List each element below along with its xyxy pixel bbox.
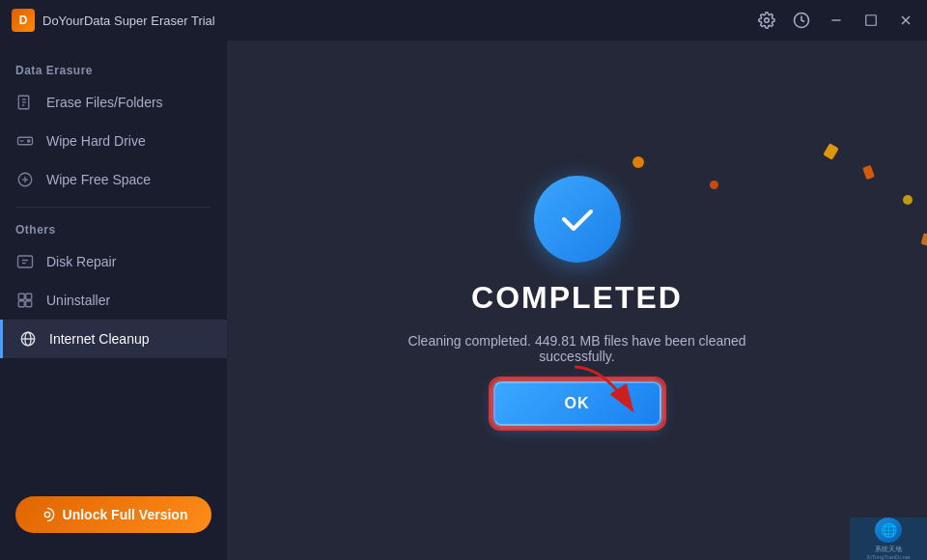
svg-rect-22: [26, 301, 32, 307]
svg-rect-19: [18, 294, 24, 299]
svg-rect-20: [26, 294, 32, 299]
svg-point-11: [28, 140, 30, 142]
sidebar-item-uninstaller-label: Uninstaller: [46, 293, 110, 308]
sidebar-item-internet-cleanup-label: Internet Cleanup: [49, 331, 150, 347]
sidebar-item-disk-repair[interactable]: Disk Repair: [0, 242, 227, 281]
watermark-globe: 🌐: [875, 518, 902, 543]
spark-6: [921, 233, 927, 246]
completed-desc: Cleaning completed. 449.81 MB files have…: [375, 333, 780, 364]
disk-repair-icon: [15, 252, 35, 271]
spark-1: [632, 156, 644, 168]
sidebar-divider: [15, 207, 211, 208]
others-label: Others: [0, 215, 227, 242]
svg-point-0: [765, 18, 770, 23]
watermark-line1: 系统天地: [875, 545, 902, 554]
sidebar-item-wipe-free-space[interactable]: Wipe Free Space: [0, 160, 227, 199]
sidebar-item-internet-cleanup[interactable]: Internet Cleanup: [0, 320, 227, 358]
sidebar-item-wipe-hard-drive-label: Wipe Hard Drive: [46, 133, 146, 149]
title-bar-left: D DoYourData Super Eraser Trial: [12, 9, 215, 32]
minimize-button[interactable]: [827, 11, 846, 30]
unlock-btn-label: Unlock Full Version: [63, 507, 188, 522]
completed-title: COMPLETED: [471, 280, 683, 316]
ok-btn-wrapper: OK: [493, 381, 661, 426]
svg-point-26: [44, 512, 49, 517]
sidebar-footer: Unlock Full Version: [0, 485, 227, 545]
sidebar-item-wipe-hard-drive[interactable]: Wipe Hard Drive: [0, 122, 227, 160]
title-bar: D DoYourData Super Eraser Trial: [0, 0, 927, 41]
sidebar-item-wipe-free-space-label: Wipe Free Space: [46, 172, 151, 187]
settings-icon[interactable]: [757, 11, 776, 30]
watermark-line2: XiTongTianDi.net: [866, 554, 910, 560]
sidebar-item-disk-repair-label: Disk Repair: [46, 254, 116, 269]
wipe-hard-drive-icon: [15, 131, 35, 151]
sidebar-item-erase-files-label: Erase Files/Folders: [46, 95, 163, 110]
maximize-button[interactable]: [861, 11, 881, 30]
sidebar-item-erase-files[interactable]: Erase Files/Folders: [0, 83, 227, 122]
svg-rect-21: [18, 301, 24, 307]
app-title: DoYourData Super Eraser Trial: [42, 14, 215, 28]
erase-files-icon: [15, 93, 35, 112]
completion-panel: COMPLETED Cleaning completed. 449.81 MB …: [375, 176, 780, 426]
internet-cleanup-icon: [18, 329, 38, 349]
unlock-full-version-button[interactable]: Unlock Full Version: [15, 496, 211, 533]
svg-rect-3: [866, 15, 877, 26]
ok-button[interactable]: OK: [493, 381, 661, 426]
svg-rect-16: [18, 256, 33, 267]
main-content: COMPLETED Cleaning completed. 449.81 MB …: [227, 41, 927, 560]
close-button[interactable]: [896, 11, 915, 30]
watermark: 🌐 系统天地 XiTongTianDi.net: [850, 518, 927, 560]
check-circle: [534, 176, 621, 263]
sidebar: Data Erasure Erase Files/Folders: [0, 41, 227, 560]
sidebar-item-uninstaller[interactable]: Uninstaller: [0, 281, 227, 320]
data-erasure-label: Data Erasure: [0, 56, 227, 83]
history-icon[interactable]: [792, 11, 811, 30]
spark-3: [823, 143, 839, 160]
app-body: Data Erasure Erase Files/Folders: [0, 41, 927, 560]
spark-5: [903, 195, 913, 205]
app-logo: D: [12, 9, 35, 32]
wipe-free-space-icon: [15, 170, 35, 189]
spark-4: [862, 165, 875, 180]
uninstaller-icon: [15, 291, 35, 310]
title-bar-right: [757, 11, 915, 30]
